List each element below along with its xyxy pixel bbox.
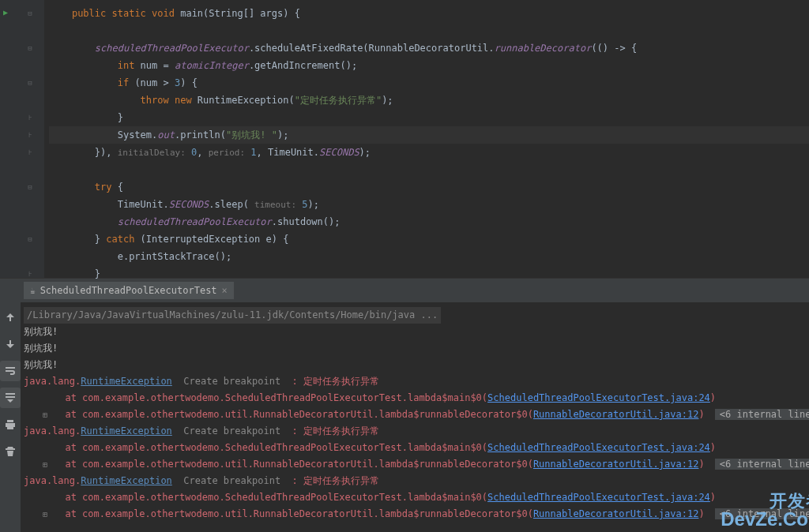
command-line: /Library/Java/JavaVirtualMachines/zulu-1…	[24, 307, 809, 324]
fold-indicator[interactable]: ⊦	[16, 144, 44, 161]
code-line[interactable]: throw new RuntimeException("定时任务执行异常");	[49, 92, 809, 109]
fold-indicator[interactable]: ⊟	[16, 74, 44, 92]
stack-frame: at com.example.othertwodemo.ScheduledThr…	[24, 489, 809, 506]
internal-lines-badge[interactable]: <6 internal lines>	[715, 459, 809, 470]
source-link[interactable]: ScheduledThreadPoolExecutorTest.java:24	[487, 442, 710, 453]
source-link[interactable]: ScheduledThreadPoolExecutorTest.java:24	[487, 392, 710, 403]
stack-frame: at com.example.othertwodemo.ScheduledThr…	[24, 390, 809, 406]
expand-icon[interactable]: ⊞	[43, 456, 54, 473]
code-line[interactable]: try {	[49, 178, 809, 196]
fold-indicator[interactable]: ⊦	[16, 265, 44, 283]
source-link[interactable]: RunnableDecoratorUtil.java:12	[533, 409, 699, 420]
soft-wrap-icon[interactable]	[0, 361, 21, 381]
print-icon[interactable]	[0, 414, 21, 435]
code-line[interactable]: System.out.println("别坑我! ");	[49, 126, 809, 144]
close-icon[interactable]: ×	[222, 285, 228, 296]
code-line[interactable]: TimeUnit.SECONDS.sleep( timeout: 5);	[49, 196, 809, 213]
source-link[interactable]: RunnableDecoratorUtil.java:12	[533, 459, 699, 470]
fold-indicator[interactable]: ⊟	[16, 5, 44, 22]
code-area[interactable]: public static void main(String[] args) {…	[44, 0, 809, 278]
code-line[interactable]	[49, 161, 809, 178]
fold-indicator[interactable]: ⊦	[16, 126, 44, 144]
fold-indicator[interactable]: ⊟	[16, 230, 44, 248]
exception-line: java.lang.RuntimeException Create breakp…	[24, 373, 809, 390]
scroll-to-end-icon[interactable]	[0, 388, 21, 408]
fold-indicator[interactable]	[16, 22, 44, 39]
stack-frame: ⊞ at com.example.othertwodemo.util.Runna…	[24, 506, 809, 523]
stack-frame: ⊞ at com.example.othertwodemo.util.Runna…	[24, 406, 809, 423]
exception-line: java.lang.RuntimeException Create breakp…	[24, 473, 809, 489]
code-line[interactable]: if (num > 3) {	[49, 74, 809, 92]
fold-indicator[interactable]	[16, 57, 44, 74]
expand-icon[interactable]: ⊞	[43, 406, 54, 423]
fold-indicator[interactable]: ⊦	[16, 109, 44, 126]
stack-frame: at com.example.othertwodemo.ScheduledThr…	[24, 440, 809, 456]
code-line[interactable]	[49, 22, 809, 39]
exception-line: java.lang.RuntimeException Create breakp…	[24, 423, 809, 440]
fold-indicator[interactable]: ⊟	[16, 178, 44, 196]
code-line[interactable]: }	[49, 265, 809, 283]
code-line[interactable]: e.printStackTrace();	[49, 248, 809, 265]
trash-icon[interactable]	[0, 441, 21, 462]
arrow-down-icon[interactable]	[0, 334, 21, 354]
console-output[interactable]: /Library/Java/JavaVirtualMachines/zulu-1…	[21, 302, 809, 532]
code-line[interactable]: } catch (InterruptedException e) {	[49, 230, 809, 248]
exception-link[interactable]: RuntimeException	[81, 475, 172, 486]
fold-indicator[interactable]	[16, 161, 44, 178]
tab-label: ScheduledThreadPoolExecutorTest	[40, 285, 217, 296]
code-line[interactable]: }	[49, 109, 809, 126]
console-body: ☕ ScheduledThreadPoolExecutorTest × /Lib…	[21, 279, 809, 532]
internal-lines-badge[interactable]: <6 internal lines>	[715, 508, 809, 519]
code-line[interactable]: public static void main(String[] args) {	[49, 5, 809, 22]
source-link[interactable]: ScheduledThreadPoolExecutorTest.java:24	[487, 492, 710, 503]
code-line[interactable]: scheduledThreadPoolExecutor.shutdown();	[49, 213, 809, 230]
code-line[interactable]: }), initialDelay: 0, period: 1, TimeUnit…	[49, 144, 809, 161]
fold-indicator[interactable]	[16, 196, 44, 213]
exception-link[interactable]: RuntimeException	[81, 425, 172, 436]
expand-icon[interactable]: ⊞	[43, 506, 54, 523]
stdout-line: 别坑我!	[24, 357, 809, 373]
exception-link[interactable]: RuntimeException	[81, 376, 172, 387]
arrow-up-icon[interactable]	[0, 307, 21, 328]
run-console-panel: ☕ ScheduledThreadPoolExecutorTest × /Lib…	[0, 278, 809, 532]
console-toolbar	[0, 279, 21, 532]
fold-indicator[interactable]	[16, 92, 44, 109]
fold-indicator[interactable]	[16, 213, 44, 230]
code-editor[interactable]: ▶ n: ⊟⊟⊟⊦⊦⊦⊟⊟⊦ public static void main(S…	[0, 0, 809, 278]
java-class-icon: ☕	[30, 286, 36, 296]
fold-indicator[interactable]: ⊟	[16, 39, 44, 57]
stdout-line: 别坑我!	[24, 340, 809, 357]
fold-gutter: ⊟⊟⊟⊦⊦⊦⊟⊟⊦	[16, 0, 44, 278]
stack-frame: ⊞ at com.example.othertwodemo.util.Runna…	[24, 456, 809, 473]
stdout-line: 别坑我!	[24, 324, 809, 340]
fold-indicator[interactable]	[16, 248, 44, 265]
console-tab[interactable]: ☕ ScheduledThreadPoolExecutorTest ×	[24, 282, 234, 299]
source-link[interactable]: RunnableDecoratorUtil.java:12	[533, 508, 699, 519]
marker-gutter: ▶ n:	[0, 0, 16, 278]
code-line[interactable]: scheduledThreadPoolExecutor.scheduleAtFi…	[49, 39, 809, 57]
run-gutter-icon[interactable]: ▶	[3, 8, 8, 17]
internal-lines-badge[interactable]: <6 internal lines>	[715, 409, 809, 420]
code-line[interactable]: int num = atomicInteger.getAndIncrement(…	[49, 57, 809, 74]
